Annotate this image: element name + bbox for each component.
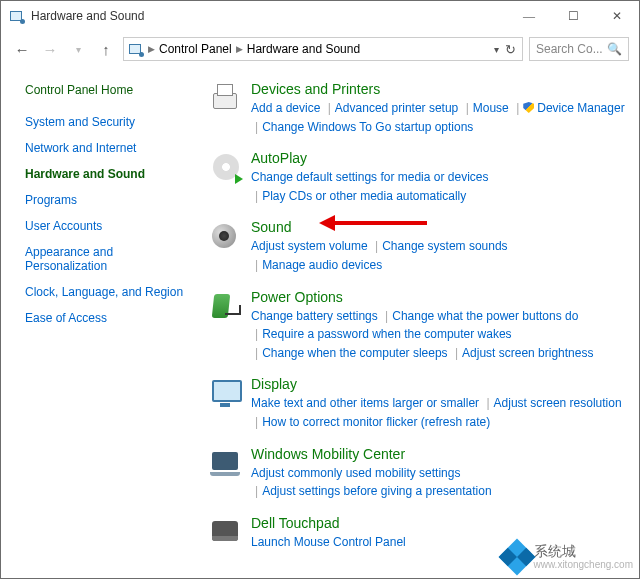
category: AutoPlayChange default settings for medi… [209,150,627,205]
breadcrumb-seg-1[interactable]: Hardware and Sound [247,42,360,56]
up-button[interactable]: ↑ [95,38,117,60]
category-link[interactable]: Change when the computer sleeps [262,346,447,360]
sidebar-home[interactable]: Control Panel Home [25,83,193,97]
category: Windows Mobility CenterAdjust commonly u… [209,446,627,501]
titlebar: Hardware and Sound — ☐ ✕ [1,1,639,31]
category-link[interactable]: Adjust screen brightness [462,346,593,360]
category: DisplayMake text and other items larger … [209,376,627,431]
category-link[interactable]: Adjust settings before giving a presenta… [262,484,491,498]
window: Hardware and Sound — ☐ ✕ ← → ▾ ↑ ▶ Contr… [0,0,640,579]
display-icon [209,376,243,410]
search-icon: 🔍 [607,42,622,56]
category-link[interactable]: Change default settings for media or dev… [251,170,488,184]
sidebar-item[interactable]: Network and Internet [25,141,193,155]
category-heading[interactable]: Devices and Printers [251,81,627,97]
category-heading[interactable]: AutoPlay [251,150,627,166]
category-links: Adjust system volume |Change system soun… [251,237,627,274]
category: SoundAdjust system volume |Change system… [209,219,627,274]
category: Devices and PrintersAdd a device |Advanc… [209,81,627,136]
chevron-right-icon: ▶ [236,44,243,54]
category-links: Adjust commonly used mobility settings |… [251,464,627,501]
category-heading[interactable]: Sound [251,219,627,235]
window-title: Hardware and Sound [31,9,144,23]
category-links: Change default settings for media or dev… [251,168,627,205]
autoplay-icon [209,150,243,184]
category-link[interactable]: Launch Mouse Control Panel [251,535,406,549]
sound-icon [209,219,243,253]
category-heading[interactable]: Display [251,376,627,392]
search-input[interactable]: Search Co... 🔍 [529,37,629,61]
watermark-logo [498,538,535,575]
breadcrumb-icon [128,41,144,57]
category-link[interactable]: How to correct monitor flicker (refresh … [262,415,490,429]
category-link[interactable]: Add a device [251,101,320,115]
touchpad-icon [209,515,243,549]
sidebar-item[interactable]: Appearance and Personalization [25,245,193,273]
category-link[interactable]: Change battery settings [251,309,378,323]
window-icon [9,8,25,24]
breadcrumb-tools: ▾ ↻ [494,42,518,57]
sidebar-item[interactable]: Programs [25,193,193,207]
category-heading[interactable]: Windows Mobility Center [251,446,627,462]
close-button[interactable]: ✕ [595,1,639,31]
category-link[interactable]: Advanced printer setup [335,101,458,115]
watermark-url: www.xitongcheng.com [534,559,634,570]
category-heading[interactable]: Power Options [251,289,627,305]
shield-icon [523,102,534,113]
category-link[interactable]: Make text and other items larger or smal… [251,396,479,410]
sidebar-item[interactable]: Ease of Access [25,311,193,325]
sidebar-item[interactable]: Hardware and Sound [25,167,193,181]
window-buttons: — ☐ ✕ [507,1,639,31]
category-link[interactable]: Change what the power buttons do [392,309,578,323]
sidebar-item[interactable]: Clock, Language, and Region [25,285,193,299]
body: Control Panel Home System and SecurityNe… [1,67,639,578]
mobility-icon [209,446,243,480]
sidebar: Control Panel Home System and SecurityNe… [1,67,201,578]
category-link[interactable]: Mouse [473,101,509,115]
power-icon [209,289,243,323]
search-placeholder: Search Co... [536,42,603,56]
chevron-right-icon: ▶ [148,44,155,54]
category-link[interactable]: Change system sounds [382,239,507,253]
sidebar-item[interactable]: System and Security [25,115,193,129]
category-link[interactable]: Require a password when the computer wak… [262,327,511,341]
back-button[interactable]: ← [11,38,33,60]
category-links: Change battery settings |Change what the… [251,307,627,363]
category-link[interactable]: Adjust screen resolution [494,396,622,410]
forward-button[interactable]: → [39,38,61,60]
category-link[interactable]: Adjust system volume [251,239,368,253]
category-link[interactable]: Play CDs or other media automatically [262,189,466,203]
content: Devices and PrintersAdd a device |Advanc… [201,67,639,578]
breadcrumb[interactable]: ▶ Control Panel ▶ Hardware and Sound ▾ ↻ [123,37,523,61]
watermark-brand: 系统城 [534,544,634,559]
category-link[interactable]: Adjust commonly used mobility settings [251,466,460,480]
refresh-button[interactable]: ↻ [505,42,516,57]
category-link[interactable]: Device Manager [523,101,624,115]
watermark: 系统城 www.xitongcheng.com [504,544,634,570]
chevron-down-icon[interactable]: ▾ [494,44,499,55]
category-heading[interactable]: Dell Touchpad [251,515,627,531]
category-links: Make text and other items larger or smal… [251,394,627,431]
maximize-button[interactable]: ☐ [551,1,595,31]
breadcrumb-seg-0[interactable]: Control Panel [159,42,232,56]
sidebar-item[interactable]: User Accounts [25,219,193,233]
category-links: Add a device |Advanced printer setup |Mo… [251,99,627,136]
category-link[interactable]: Change Windows To Go startup options [262,120,473,134]
minimize-button[interactable]: — [507,1,551,31]
printer-icon [209,81,243,115]
navbar: ← → ▾ ↑ ▶ Control Panel ▶ Hardware and S… [1,31,639,67]
recent-locations-button[interactable]: ▾ [67,38,89,60]
category: Power OptionsChange battery settings |Ch… [209,289,627,363]
category-link[interactable]: Manage audio devices [262,258,382,272]
